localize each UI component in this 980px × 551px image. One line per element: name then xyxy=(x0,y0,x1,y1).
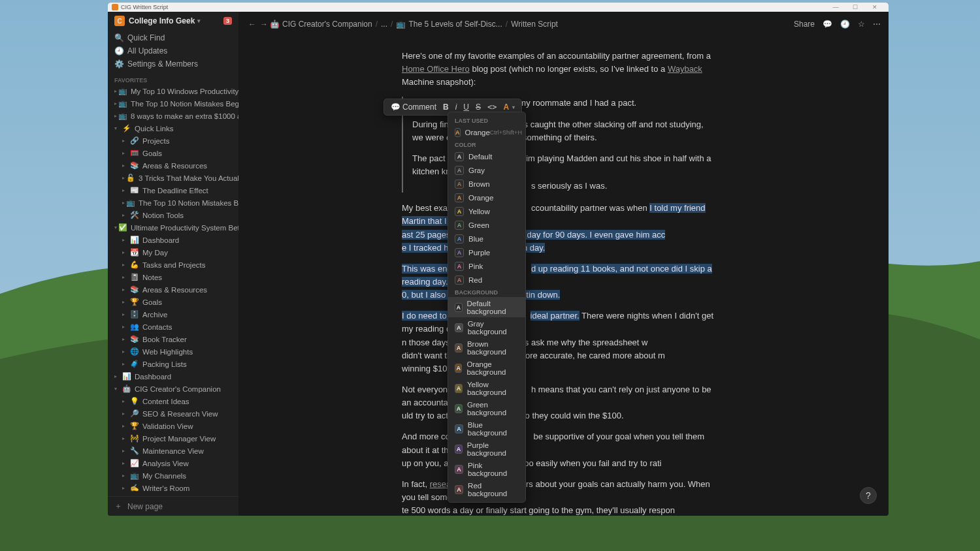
new-page-button[interactable]: ＋New page xyxy=(108,496,238,516)
toggle-icon[interactable]: ▾ xyxy=(114,125,121,131)
sidebar-item[interactable]: ▸🔗Projects xyxy=(108,134,238,147)
toggle-icon[interactable]: ▸ xyxy=(114,88,117,94)
toggle-icon[interactable]: ▸ xyxy=(122,138,129,144)
color-option[interactable]: ABlue background xyxy=(448,418,525,439)
sidebar-item[interactable]: ▸📺The Top 10 Notion Mistakes Begin... xyxy=(108,97,238,110)
nav-forward[interactable]: → xyxy=(258,20,270,29)
breadcrumb-segment[interactable]: ... xyxy=(381,20,387,29)
color-option[interactable]: AGray xyxy=(448,163,525,177)
toggle-icon[interactable]: ▸ xyxy=(122,150,129,156)
toggle-icon[interactable]: ▸ xyxy=(122,349,129,354)
link[interactable]: Home Office Hero xyxy=(402,64,470,74)
color-option[interactable]: AOrange xyxy=(448,191,525,204)
link[interactable]: Wayback xyxy=(668,64,702,74)
color-option[interactable]: ARed xyxy=(448,273,525,287)
sidebar-item[interactable]: ▸📊Dashboard xyxy=(108,234,238,246)
toggle-icon[interactable]: ▸ xyxy=(122,361,129,367)
toggle-icon[interactable]: ▸ xyxy=(122,299,129,305)
sidebar-item[interactable]: ▾⚡Quick Links xyxy=(108,122,238,134)
toggle-icon[interactable]: ▸ xyxy=(122,460,129,466)
sidebar-item[interactable]: ▸📺My Top 10 Windows Productivity ... xyxy=(108,85,238,97)
toggle-icon[interactable]: ▸ xyxy=(114,113,117,119)
breadcrumb-segment[interactable]: 🤖CIG Creator's Companion xyxy=(270,20,372,29)
toggle-icon[interactable]: ▸ xyxy=(122,435,129,441)
sidebar-item[interactable]: ▸🔧Maintenance View xyxy=(108,445,238,457)
color-option[interactable]: AOrangeCtrl+Shift+H xyxy=(448,125,525,139)
sidebar-item[interactable]: ▸🏆Goals xyxy=(108,296,238,308)
color-option[interactable]: AYellow xyxy=(448,204,525,218)
sidebar-item[interactable]: ▸📚Areas & Resources xyxy=(108,159,238,172)
sidebar-item[interactable]: ▸🏆Validation View xyxy=(108,420,238,432)
color-option[interactable]: ARed background xyxy=(448,479,525,499)
color-option[interactable]: AGreen background xyxy=(448,398,525,418)
toggle-icon[interactable]: ▸ xyxy=(114,101,117,106)
paragraph[interactable]: Here's one of my favorite examples of an… xyxy=(402,50,715,89)
quick-find[interactable]: 🔍Quick Find xyxy=(108,31,238,44)
more-icon[interactable]: ⋯ xyxy=(873,20,881,29)
toggle-icon[interactable]: ▸ xyxy=(122,448,129,454)
color-option[interactable]: ABrown background xyxy=(448,338,525,358)
toggle-icon[interactable]: ▸ xyxy=(122,485,129,491)
color-option[interactable]: ABrown xyxy=(448,177,525,191)
toggle-icon[interactable]: ▸ xyxy=(122,423,129,429)
workspace-switcher[interactable]: C College Info Geek ▾ 3 xyxy=(108,12,238,30)
share-button[interactable]: Share xyxy=(794,20,815,29)
toggle-icon[interactable]: ▸ xyxy=(122,324,129,330)
sidebar-item[interactable]: ▸📊Dashboard xyxy=(108,370,238,383)
toggle-icon[interactable]: ▾ xyxy=(114,225,117,230)
sidebar-item[interactable]: ▸📓Notes xyxy=(108,271,238,283)
sidebar-item[interactable]: ▸🗄️Archive xyxy=(108,308,238,321)
sidebar-item[interactable]: ▾✅Ultimate Productivity System Beta xyxy=(108,221,238,234)
help-button[interactable]: ? xyxy=(860,487,877,504)
sidebar-item[interactable]: ▸🔎SEO & Research View xyxy=(108,407,238,420)
toggle-icon[interactable]: ▸ xyxy=(122,212,129,218)
toggle-icon[interactable]: ▸ xyxy=(122,398,129,404)
color-option[interactable]: APurple xyxy=(448,245,525,259)
maximize-button[interactable]: ☐ xyxy=(845,4,865,10)
toggle-icon[interactable]: ▸ xyxy=(122,287,129,292)
color-option[interactable]: ABlue xyxy=(448,232,525,245)
comment-button[interactable]: 💬Comment xyxy=(387,101,440,113)
sidebar-item[interactable]: ▸📆My Day xyxy=(108,246,238,259)
sidebar-item[interactable]: ▸🥅Goals xyxy=(108,147,238,159)
toggle-icon[interactable]: ▸ xyxy=(122,200,125,206)
sidebar-item[interactable]: ▸💡Content Ideas xyxy=(108,395,238,407)
toggle-icon[interactable]: ▸ xyxy=(122,175,125,181)
toggle-icon[interactable]: ▸ xyxy=(122,237,129,243)
updates-icon[interactable]: 🕘 xyxy=(840,20,850,29)
sidebar-item[interactable]: ▾🤖CIG Creator's Companion xyxy=(108,383,238,395)
breadcrumb-segment[interactable]: 📺The 5 Levels of Self-Disc... xyxy=(396,20,502,29)
close-button[interactable]: ✕ xyxy=(865,4,885,10)
color-option[interactable]: AGreen xyxy=(448,218,525,232)
color-option[interactable]: APink background xyxy=(448,459,525,479)
breadcrumb-segment[interactable]: Written Script xyxy=(511,20,558,29)
toggle-icon[interactable]: ▸ xyxy=(122,336,129,342)
sidebar-item[interactable]: ▸📚Areas & Resources xyxy=(108,283,238,296)
sidebar-item[interactable]: ▸🛠️Notion Tools xyxy=(108,209,238,221)
toggle-icon[interactable]: ▸ xyxy=(122,311,129,317)
sidebar-item[interactable]: ▸📺8 ways to make an extra $1000 a ... xyxy=(108,110,238,122)
color-option[interactable]: AGray background xyxy=(448,317,525,338)
sidebar-item[interactable]: ▸💪Tasks and Projects xyxy=(108,259,238,271)
sidebar-item[interactable]: ▸🚧Project Manager View xyxy=(108,432,238,445)
color-option[interactable]: ADefault background xyxy=(448,297,525,317)
nav-back[interactable]: ← xyxy=(246,20,258,29)
settings-members[interactable]: ⚙️Settings & Members xyxy=(108,57,238,71)
color-option[interactable]: AOrange background xyxy=(448,358,525,378)
sidebar-item[interactable]: ▸✍️Writer's Room xyxy=(108,482,238,494)
sidebar-item[interactable]: ▸📚Book Tracker xyxy=(108,333,238,345)
toggle-icon[interactable]: ▸ xyxy=(122,274,129,280)
sidebar-item[interactable]: ▸📰The Deadline Effect xyxy=(108,184,238,197)
sidebar-item[interactable]: ▸👥Contacts xyxy=(108,321,238,333)
sidebar-item[interactable]: ▸📺My Channels xyxy=(108,469,238,482)
color-option[interactable]: ADefault xyxy=(448,150,525,163)
sidebar-item[interactable]: ▸📈Analysis View xyxy=(108,457,238,469)
toggle-icon[interactable]: ▸ xyxy=(114,373,121,379)
toggle-icon[interactable]: ▸ xyxy=(122,249,129,255)
minimize-button[interactable]: — xyxy=(826,4,845,10)
comments-icon[interactable]: 💬 xyxy=(823,20,832,29)
color-option[interactable]: APink xyxy=(448,259,525,273)
toggle-icon[interactable]: ▸ xyxy=(122,262,129,268)
sidebar-item[interactable]: ▸🌐Web Highlights xyxy=(108,345,238,358)
toggle-icon[interactable]: ▸ xyxy=(122,473,129,479)
